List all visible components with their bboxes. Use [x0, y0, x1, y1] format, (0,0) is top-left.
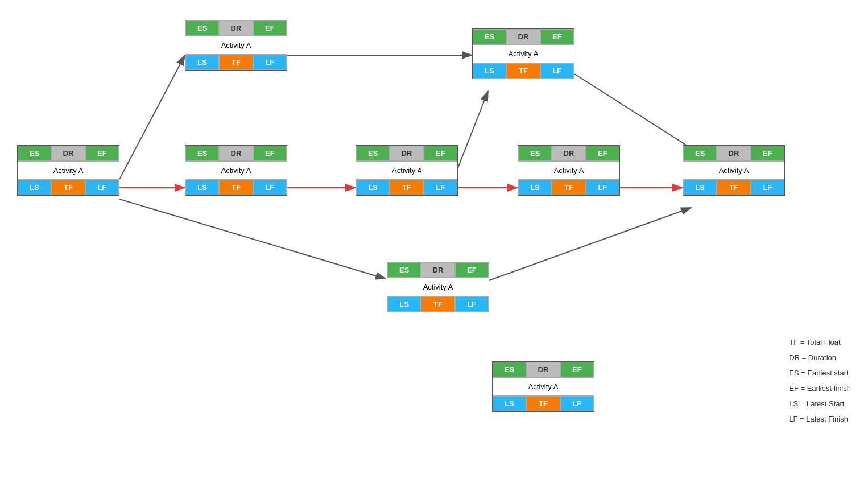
box6-ef: EF: [586, 146, 619, 161]
svg-line-2: [119, 55, 185, 179]
box7: ES DR EF Activity A LS TF LF: [683, 145, 785, 196]
box4-label: Activity 4: [356, 161, 457, 180]
box7-ls: LS: [683, 180, 717, 195]
box1-ef: EF: [85, 146, 119, 161]
box9-lf: LF: [560, 396, 594, 411]
box6-dr: DR: [552, 146, 585, 161]
box8-ef: EF: [455, 262, 489, 278]
box4-es: ES: [356, 146, 390, 161]
legend: TF = Total Float DR = Duration ES = Earl…: [789, 338, 851, 430]
box8-label: Activity A: [387, 278, 489, 296]
box9-dr: DR: [526, 362, 560, 377]
legend-ef: EF = Earliest finish: [789, 384, 851, 393]
box9: ES DR EF Activity A LS TF LF: [492, 361, 594, 412]
box2-ef: EF: [253, 20, 287, 36]
box7-tf: TF: [717, 180, 750, 195]
box4-dr: DR: [390, 146, 423, 161]
box6-label: Activity A: [518, 161, 619, 180]
box2-label: Activity A: [185, 36, 287, 55]
box2-ls: LS: [185, 55, 219, 70]
box4-lf: LF: [424, 180, 457, 195]
box4-ls: LS: [356, 180, 390, 195]
box1-ls: LS: [18, 180, 51, 195]
box6-tf: TF: [552, 180, 585, 195]
box3-lf: LF: [253, 180, 287, 195]
box2-dr: DR: [219, 20, 253, 36]
box4-tf: TF: [390, 180, 423, 195]
box8-dr: DR: [421, 262, 454, 278]
box9-ls: LS: [493, 396, 526, 411]
box3-dr: DR: [219, 146, 253, 161]
box4: ES DR EF Activity 4 LS TF LF: [356, 145, 458, 196]
legend-lf: LF = Latest Finish: [789, 415, 851, 423]
box1-dr: DR: [51, 146, 85, 161]
svg-line-9: [574, 74, 700, 154]
box2-es: ES: [185, 20, 219, 36]
box2-lf: LF: [253, 55, 287, 70]
box1-label: Activity A: [18, 161, 119, 180]
legend-es: ES = Earliest start: [789, 369, 851, 377]
box8-es: ES: [387, 262, 421, 278]
box5-lf: LF: [540, 63, 574, 79]
svg-line-11: [478, 208, 691, 284]
box3-ls: LS: [185, 180, 219, 195]
box8-ls: LS: [387, 296, 421, 312]
legend-tf: TF = Total Float: [789, 338, 851, 346]
box1-es: ES: [18, 146, 51, 161]
box5-label: Activity A: [473, 44, 574, 63]
box2: ES DR EF Activity A LS TF LF: [185, 20, 287, 71]
box8-tf: TF: [421, 296, 454, 312]
box2-tf: TF: [219, 55, 253, 70]
box7-es: ES: [683, 146, 717, 161]
box6-ls: LS: [518, 180, 552, 195]
box7-ef: EF: [751, 146, 784, 161]
box5-ef: EF: [540, 29, 574, 44]
box9-tf: TF: [526, 396, 560, 411]
legend-ls: LS = Latest Start: [789, 399, 851, 408]
box5-ls: LS: [473, 63, 506, 79]
box1-lf: LF: [85, 180, 119, 195]
box6-es: ES: [518, 146, 552, 161]
legend-dr: DR = Duration: [789, 353, 851, 362]
box5-es: ES: [473, 29, 506, 44]
box3-tf: TF: [219, 180, 253, 195]
box7-dr: DR: [717, 146, 750, 161]
box1-tf: TF: [51, 180, 85, 195]
box8: ES DR EF Activity A LS TF LF: [387, 262, 489, 312]
box6-lf: LF: [586, 180, 619, 195]
box9-es: ES: [493, 362, 526, 377]
box4-ef: EF: [424, 146, 457, 161]
box3-ef: EF: [253, 146, 287, 161]
box3: ES DR EF Activity A LS TF LF: [185, 145, 287, 196]
box8-lf: LF: [455, 296, 489, 312]
box9-label: Activity A: [493, 377, 594, 396]
box5: ES DR EF Activity A LS TF LF: [472, 28, 574, 79]
box3-label: Activity A: [185, 161, 287, 180]
box5-tf: TF: [506, 63, 540, 79]
svg-line-7: [458, 91, 488, 168]
box7-lf: LF: [751, 180, 784, 195]
box5-dr: DR: [506, 29, 540, 44]
box7-label: Activity A: [683, 161, 784, 180]
box6: ES DR EF Activity A LS TF LF: [518, 145, 620, 196]
box1: ES DR EF Activity A LS TF LF: [17, 145, 119, 196]
box3-es: ES: [185, 146, 219, 161]
svg-line-4: [119, 199, 386, 279]
box9-ef: EF: [560, 362, 594, 377]
